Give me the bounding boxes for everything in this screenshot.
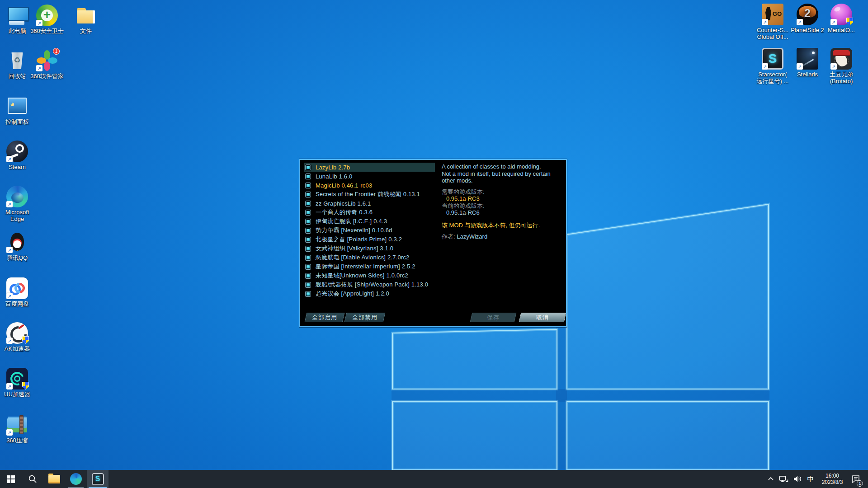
mod-checkbox[interactable] [305,255,311,261]
desktop-icon[interactable]: ↗ 腾讯QQ [0,231,34,261]
desktop-icon[interactable]: ↗ Steam [0,141,34,170]
author-label: 作者: [442,233,455,240]
start-button[interactable] [0,470,22,488]
mod-row[interactable]: MagicLib 0.46.1-rc03 [304,181,435,190]
icon-artwork: ↗ [6,141,28,162]
app-icon [6,95,28,117]
mod-manager-dialog: LazyLib 2.7b LunaLib 1.6.0 MagicLib 0.46… [299,159,567,327]
mod-checkbox[interactable] [305,237,311,243]
enable-all-button[interactable]: 全部启用 [305,313,345,322]
app-icon [6,50,28,71]
desktop-icon[interactable]: ↗ MentalO... [824,4,859,33]
desktop-icon[interactable]: ↗ 1 360软件管家 [30,50,64,80]
mod-checkbox[interactable] [305,201,311,206]
mod-row[interactable]: 北极星之首 [Polaris Prime] 0.3.2 [304,235,435,244]
mod-checkbox[interactable] [305,228,311,234]
mod-row[interactable]: 趋光议会 [ApproLight] 1.2.0 [304,289,435,298]
icon-artwork [6,95,28,117]
icon-artwork: ↗ [6,186,28,207]
edge-taskbar-button[interactable] [65,470,87,488]
starsector-icon: S [92,473,104,485]
current-version-label: 当前的游戏版本: [442,202,571,210]
desktop-icon[interactable]: ↗ 土豆兄弟 (Brotato) [824,48,859,84]
mod-checkbox[interactable] [305,164,311,170]
mod-checkbox[interactable] [305,264,311,270]
desktop-icon[interactable]: 此电脑 [0,5,34,34]
mod-row[interactable]: 舰船/武器拓展 [Ship/Weapon Pack] 1.13.0 [304,280,435,289]
volume-tray-icon[interactable] [791,470,803,488]
desktop-icon[interactable]: ↗ 百度网盘 [0,277,34,307]
desktop-icon[interactable]: ↗ UU加速器 [0,368,34,398]
mod-row[interactable]: 女武神组织 [Valkyrians] 3.1.0 [304,244,435,253]
desktop-icon-label: 360压缩 [6,437,28,444]
mod-row[interactable]: Secrets of the Frontier 前线秘闻 0.13.1 [304,190,435,199]
desktop-icon[interactable]: ↗ Counter-S... Global Off... [755,4,790,40]
desktop-icon[interactable]: ↗ 360压缩 [0,414,34,444]
mod-name: MagicLib 0.46.1-rc03 [316,182,372,189]
mod-checkbox[interactable] [305,192,311,197]
shortcut-arrow-icon: ↗ [762,19,768,25]
desktop-icon[interactable]: ↗ AK加速器 [0,322,34,352]
network-tray-icon[interactable] [778,470,790,488]
taskbar-clock[interactable]: 16:002023/8/3 [818,470,847,488]
desktop-icon-label: 控制面板 [5,118,29,125]
desktop-icon-label: 百度网盘 [5,300,29,307]
taskbar: S 中 16:002023/8/3 1 [0,470,868,488]
desktop-icon[interactable]: ↗ Starsector( 远行星号) ... [755,48,790,84]
disable-all-button[interactable]: 全部禁用 [344,313,386,322]
mod-checkbox[interactable] [305,174,311,179]
current-version-value: 0.95.1a-RC6 [442,209,571,216]
save-button[interactable]: 保存 [470,313,517,322]
mod-name: zz GraphicsLib 1.6.1 [316,200,371,207]
shortcut-arrow-icon: ↗ [6,201,13,207]
author-line: 作者: LazyWizard [442,233,571,240]
desktop-icon-label: 回收站 [9,73,26,80]
mod-row[interactable]: 恶魔航电 [Diable Avionics] 2.7.0rc2 [304,253,435,262]
mod-detail-panel: A collection of classes to aid modding. … [442,163,571,240]
desktop-icon[interactable]: ↗ 360安全卫士 [30,5,64,34]
desktop-icon[interactable]: 回收站 [0,50,34,80]
desktop-icon[interactable]: ↗ Microsoft Edge [0,186,34,222]
action-center-button[interactable]: 1 [848,470,863,488]
mod-row[interactable]: zz GraphicsLib 1.6.1 [304,199,435,208]
edge-icon [70,473,82,485]
desktop-icon[interactable]: ↗ Stellaris [790,48,825,78]
mod-row[interactable]: 伊甸流亡舰队 [I.C.E.] 0.4.3 [304,217,435,226]
mod-row[interactable]: 一个商人的传奇 0.3.6 [304,208,435,217]
ime-indicator[interactable]: 中 [805,470,816,488]
icon-artwork: ↗ [6,322,28,344]
mod-name: 恶魔航电 [Diable Avionics] 2.7.0rc2 [316,253,410,262]
mod-checkbox[interactable] [305,291,311,297]
mod-checkbox[interactable] [305,282,311,288]
cancel-button[interactable]: 取消 [519,313,566,322]
icon-artwork: ↗ [6,414,28,436]
desktop-icon[interactable]: ↗ PlanetSide 2 [790,4,825,33]
mod-checkbox[interactable] [305,273,311,279]
mod-checkbox[interactable] [305,246,311,252]
desktop-icon-label: 土豆兄弟 (Brotato) [830,71,853,84]
uac-shield-icon [846,18,853,25]
uac-shield-icon [22,336,29,344]
mod-row[interactable]: LunaLib 1.6.0 [304,172,435,181]
mod-checkbox[interactable] [305,183,311,188]
icon-artwork: ↗ [830,4,852,25]
search-button[interactable] [22,470,43,488]
mod-row[interactable]: 势力争霸 [Nexerelin] 0.10.6d [304,226,435,235]
mod-row[interactable]: LazyLib 2.7b [304,163,435,172]
mod-name: 势力争霸 [Nexerelin] 0.10.6d [316,226,392,235]
mod-checkbox[interactable] [305,210,311,216]
mod-row[interactable]: 星际帝国 [Interstellar Imperium] 2.5.2 [304,262,435,271]
mod-checkbox[interactable] [305,219,311,225]
mod-row[interactable]: 未知星域[Unknown Skies] 1.0.0rc2 [304,271,435,280]
shortcut-arrow-icon: ↗ [36,65,42,71]
desktop-icon[interactable]: 控制面板 [0,95,34,125]
starsector-taskbar-button[interactable]: S [87,470,108,488]
mod-name: 未知星域[Unknown Skies] 1.0.0rc2 [316,272,408,280]
chevron-up-icon [767,475,774,483]
hidden-icons-chevron[interactable] [765,470,776,488]
desktop-icon[interactable]: 文件 [69,5,103,34]
mod-name: Secrets of the Frontier 前线秘闻 0.13.1 [316,190,420,198]
file-explorer-button[interactable] [43,470,65,488]
author-name: LazyWizard [457,233,487,240]
windows-logo-icon [7,475,15,483]
